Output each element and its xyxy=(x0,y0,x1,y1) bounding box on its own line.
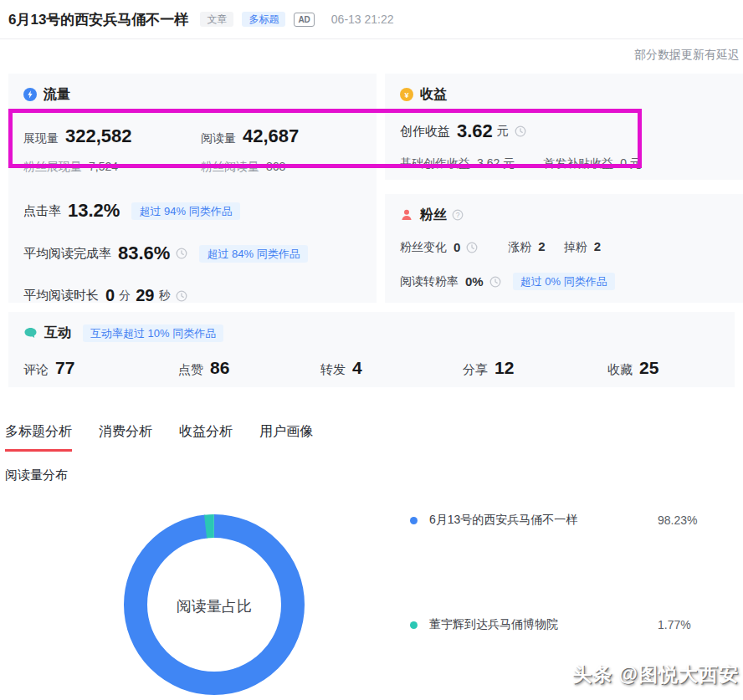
fan-impressions-value: 7,524 xyxy=(89,160,118,173)
conversion-percentile-chip: 超过 0% 同类作品 xyxy=(513,273,615,290)
completion-label: 平均阅读完成率 xyxy=(23,246,111,262)
subsidy-revenue-label: 首发补贴收益 xyxy=(543,156,613,171)
fans-change-label: 粉丝变化 xyxy=(400,240,447,255)
legend-dot-blue xyxy=(410,517,418,524)
creation-revenue-unit: 元 xyxy=(497,124,509,139)
duration-row: 平均阅读时长 0 分 29 秒 xyxy=(23,286,361,305)
fans-conversion-row: 阅读转粉率 0% 超过 0% 同类作品 xyxy=(400,273,728,290)
likes-value: 86 xyxy=(210,358,229,378)
donut-center-label: 阅读量占比 xyxy=(123,596,305,616)
fans-change-value: 0 xyxy=(453,240,460,254)
fans-section-title: 粉丝 xyxy=(420,207,447,224)
favorites-value: 25 xyxy=(639,358,658,378)
revenue-section-title: 收益 xyxy=(420,86,447,104)
comments-value: 77 xyxy=(55,358,74,378)
creation-revenue-value: 3.62 xyxy=(457,120,493,142)
base-revenue-label: 基础创作收益 xyxy=(400,156,470,171)
favorites-stat: 收藏 25 xyxy=(607,358,658,378)
clock-icon xyxy=(466,242,478,257)
tab-consumption-analysis[interactable]: 消费分析 xyxy=(99,423,152,452)
read-distribution-heading: 阅读量分布 xyxy=(5,468,68,483)
shares-stat: 分享 12 xyxy=(463,358,607,378)
chat-bubble-icon xyxy=(23,326,38,340)
read-share-donut-chart: 阅读量占比 xyxy=(123,514,305,696)
header: 6月13号的西安兵马俑不一样 文章 多标题 AD 06-13 21:22 xyxy=(0,0,743,39)
legend-item-alt-title[interactable]: 董宇辉到达兵马俑博物院 1.77% xyxy=(410,616,720,633)
creation-revenue-label: 创作收益 xyxy=(400,124,450,140)
multi-title-badge: 多标题 xyxy=(242,12,285,27)
legend-percent: 98.23% xyxy=(658,514,697,527)
likes-stat: 点赞 86 xyxy=(178,358,320,378)
tab-multi-title-analysis[interactable]: 多标题分析 xyxy=(5,423,72,452)
revenue-detail-row: 基础创作收益 3.62 元 首发补贴收益 0 元 xyxy=(400,156,728,171)
impressions-label: 展现量 xyxy=(23,131,59,146)
ctr-row: 点击率 13.2% 超过 94% 同类作品 xyxy=(23,200,361,222)
legend-item-main-title[interactable]: 6月13号的西安兵马俑不一样 98.23% xyxy=(410,512,720,529)
traffic-bolt-icon xyxy=(23,88,37,101)
subsidy-revenue-value: 0 元 xyxy=(620,156,642,171)
analysis-tabs: 多标题分析 消费分析 收益分析 用户画像 xyxy=(5,423,340,452)
interaction-card: 互动 互动率超过 10% 同类作品 评论 77 点赞 86 转发 4 分享 12… xyxy=(8,312,735,387)
ad-badge: AD xyxy=(294,13,314,27)
legend-label: 6月13号的西安兵马俑不一样 xyxy=(429,513,577,528)
fan-reads-value: 868 xyxy=(266,160,285,173)
data-delay-notice: 部分数据更新有延迟 xyxy=(634,48,740,63)
fans-loss-value: 2 xyxy=(594,239,601,253)
help-icon[interactable]: ? xyxy=(452,209,464,224)
base-revenue-value: 3.62 元 xyxy=(477,156,515,171)
traffic-main-row: 展现量 322,582 阅读量 42,687 xyxy=(23,125,361,147)
analytics-page: 6月13号的西安兵马俑不一样 文章 多标题 AD 06-13 21:22 部分数… xyxy=(0,0,743,700)
fan-impressions-label: 粉丝展现量 xyxy=(23,160,82,175)
person-icon xyxy=(400,208,413,222)
legend-dot-teal xyxy=(410,621,418,629)
watermark: 头条 @图悦大西安 xyxy=(572,662,739,687)
comments-label: 评论 xyxy=(23,362,49,378)
fans-card: 粉丝 ? 粉丝变化 0 涨粉 2 掉粉 2 阅读转粉率 xyxy=(385,194,743,303)
fans-gain-label: 涨粉 xyxy=(508,240,531,255)
completion-row: 平均阅读完成率 83.6% 超过 84% 同类作品 xyxy=(23,243,361,264)
interaction-section-head: 互动 互动率超过 10% 同类作品 xyxy=(23,324,720,342)
article-title: 6月13号的西安兵马俑不一样 xyxy=(8,10,188,29)
duration-min-unit: 分 xyxy=(119,289,131,304)
traffic-section-title: 流量 xyxy=(44,86,70,104)
ctr-percentile-chip: 超过 94% 同类作品 xyxy=(131,202,239,220)
traffic-section-head: 流量 xyxy=(23,85,361,104)
legend-percent: 1.77% xyxy=(658,618,691,631)
publish-timestamp: 06-13 21:22 xyxy=(331,13,394,26)
interaction-rate-chip: 互动率超过 10% 同类作品 xyxy=(83,324,223,342)
reads-label: 阅读量 xyxy=(201,131,236,146)
reposts-value: 4 xyxy=(352,358,362,378)
duration-sec-value: 29 xyxy=(136,286,154,305)
favorites-label: 收藏 xyxy=(607,362,633,378)
clock-icon xyxy=(176,248,187,263)
conversion-value: 0% xyxy=(465,274,484,289)
clock-icon xyxy=(489,276,501,291)
fans-change-row: 粉丝变化 0 涨粉 2 掉粉 2 xyxy=(400,239,728,255)
conversion-label: 阅读转粉率 xyxy=(400,274,459,289)
clock-icon xyxy=(176,290,187,305)
tab-user-profile[interactable]: 用户画像 xyxy=(259,423,313,452)
impressions-value: 322,582 xyxy=(65,125,132,147)
completion-value: 83.6% xyxy=(118,243,170,264)
fans-loss-label: 掉粉 xyxy=(564,240,587,255)
ctr-label: 点击率 xyxy=(23,203,61,219)
traffic-card: 流量 展现量 322,582 阅读量 42,687 粉丝展现量 7,524 粉丝… xyxy=(8,74,377,303)
clock-icon xyxy=(515,125,526,141)
fan-reads-label: 粉丝阅读量 xyxy=(201,160,259,175)
legend-label: 董宇辉到达兵马俑博物院 xyxy=(429,617,558,632)
article-type-badge: 文章 xyxy=(200,12,233,27)
comments-stat: 评论 77 xyxy=(23,358,178,378)
duration-label: 平均阅读时长 xyxy=(23,288,99,304)
svg-text:¥: ¥ xyxy=(404,91,408,100)
interaction-stats-row: 评论 77 点赞 86 转发 4 分享 12 收藏 25 xyxy=(23,358,720,378)
duration-sec-unit: 秒 xyxy=(158,289,170,304)
svg-text:?: ? xyxy=(456,211,460,219)
fans-section-head: 粉丝 ? xyxy=(400,206,728,224)
tab-revenue-analysis[interactable]: 收益分析 xyxy=(179,423,233,452)
reposts-stat: 转发 4 xyxy=(320,358,463,378)
reads-value: 42,687 xyxy=(243,125,299,147)
traffic-fan-row: 粉丝展现量 7,524 粉丝阅读量 868 xyxy=(23,160,361,175)
likes-label: 点赞 xyxy=(178,362,203,378)
fans-gain-value: 2 xyxy=(538,239,545,253)
revenue-section-head: ¥ 收益 xyxy=(400,85,728,104)
